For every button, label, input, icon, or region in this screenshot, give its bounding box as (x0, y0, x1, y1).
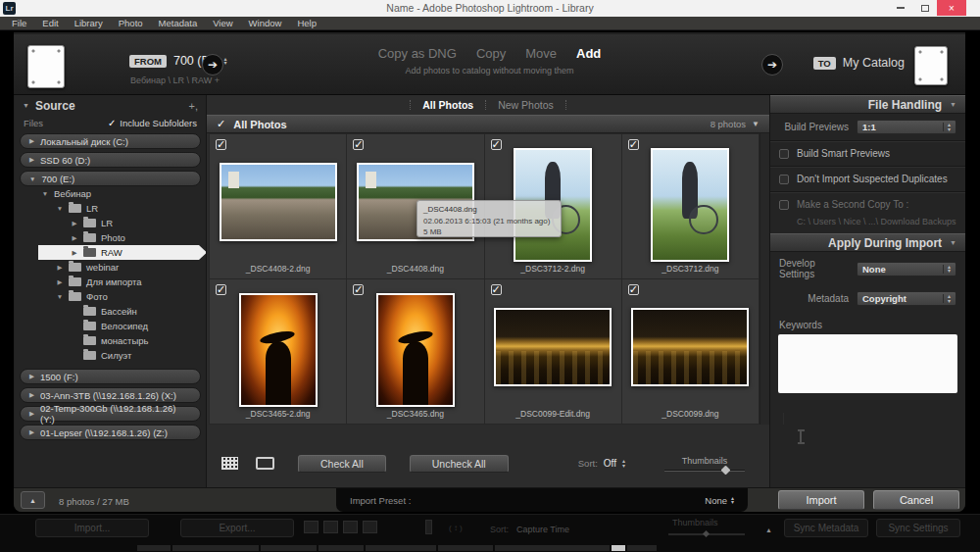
photo-checkbox[interactable]: ✓ (216, 139, 226, 150)
all-photos-header[interactable]: ✓ All Photos 8 photos ▼ (207, 115, 769, 133)
import-preset-value[interactable]: None (705, 495, 727, 506)
photo-checkbox[interactable]: ✓ (628, 284, 639, 295)
thumbnails-slider-track[interactable] (664, 470, 745, 472)
file-handling-header[interactable]: File Handling ▼ (770, 95, 965, 114)
menu-item-file[interactable]: File (4, 18, 34, 28)
method-move[interactable]: Move (525, 46, 557, 61)
photo-filename: _DSC3712-2.dng (485, 264, 621, 274)
folder-item[interactable]: ▶webinar (15, 260, 206, 275)
apply-during-import-header[interactable]: Apply During Import ▼ (770, 233, 965, 252)
background-app-bar: Import... Export... ( ↕ ) Sort: Capture … (0, 514, 980, 552)
drive-item[interactable]: ▶Локальный диск (C:) (20, 133, 201, 149)
menu-item-photo[interactable]: Photo (111, 18, 151, 28)
drive-item[interactable]: ▶02-Temp-300Gb (\\192.168.1.26) (Y:) (20, 406, 201, 422)
drive-item[interactable]: ▶03-Ann-3TB (\\192.168.1.26) (X:) (20, 387, 201, 403)
method-add[interactable]: Add (576, 46, 601, 61)
menu-item-help[interactable]: Help (289, 18, 324, 28)
folder-item[interactable]: ▼Вебинар (15, 186, 206, 201)
menu-item-view[interactable]: View (205, 18, 240, 28)
dont-import-duplicates-checkbox[interactable] (779, 175, 789, 184)
metadata-dropdown[interactable]: Copyright (857, 291, 956, 306)
folder-item[interactable]: ▶Для импорта (15, 275, 206, 289)
loupe-view-icon[interactable] (256, 457, 274, 470)
second-copy-checkbox[interactable] (779, 200, 789, 210)
dont-import-duplicates-row[interactable]: Don't Import Suspected Duplicates (770, 167, 965, 191)
folder-item[interactable]: ▶LR (15, 216, 206, 230)
folder-item[interactable]: ▼LR (15, 201, 206, 216)
drive-item[interactable]: ▼700 (E:) (20, 171, 201, 186)
sort-arrows-icon[interactable] (622, 459, 625, 468)
drive-item[interactable]: ▶SSD 60 (D:) (20, 152, 201, 168)
grid-scrollbar[interactable] (760, 133, 769, 425)
photo-filename: _DSC0099.dng (622, 409, 759, 419)
folder-item[interactable]: ▶Photo (15, 230, 206, 245)
window-controls: × (888, 0, 966, 16)
thumbnails-slider[interactable]: Thumbnails (664, 456, 745, 472)
photo-checkbox[interactable]: ✓ (353, 284, 364, 295)
dropdown-arrows-icon (943, 123, 951, 131)
drive-arrow-icon: ▶ (29, 410, 34, 418)
method-copy[interactable]: Copy (476, 46, 506, 61)
tab-all-photos[interactable]: All Photos (422, 99, 473, 111)
check-all-button[interactable]: Check All (298, 455, 386, 473)
close-button[interactable]: × (937, 0, 966, 16)
method-copy-as-dng[interactable]: Copy as DNG (378, 46, 457, 61)
photo-cell[interactable]: ✓_DSC3465-2.dng (210, 279, 347, 425)
text-caret (783, 413, 784, 425)
build-smart-previews-row[interactable]: Build Smart Previews (770, 141, 965, 166)
add-source-button[interactable]: +, (189, 100, 198, 112)
photo-cell[interactable]: ✓_DSC3465.dng (347, 279, 484, 425)
filter-triangle-icon[interactable]: ▼ (752, 120, 760, 128)
photo-checkbox[interactable]: ✓ (353, 139, 364, 150)
include-subfolders-checkbox[interactable]: ✓ Include Subfolders (108, 118, 197, 128)
photo-area: All PhotosNew Photos ✓ All Photos 8 phot… (207, 95, 769, 487)
drive-item[interactable]: ▶01-Lepser (\\192.168.1.26) (Z:) (20, 425, 201, 440)
include-subfolders-label: Include Subfolders (120, 118, 197, 128)
thumbnails-slider-thumb[interactable] (721, 465, 731, 475)
sort-value[interactable]: Off (604, 458, 616, 469)
minimize-dialog-button[interactable]: ▲ (21, 491, 45, 509)
import-preset-bar[interactable]: Import Preset : None (336, 488, 748, 512)
menu-item-edit[interactable]: Edit (34, 18, 66, 28)
photo-tooltip: _DSC4408.dng 02.06.2013 6:15:03 (21 mont… (416, 200, 562, 237)
apply-during-import-title: Apply During Import (828, 236, 942, 250)
tab-new-photos[interactable]: New Photos (498, 99, 554, 111)
destination-name[interactable]: My Catalog (843, 56, 905, 70)
folder-item[interactable]: Велосипед (15, 319, 206, 333)
menu-item-window[interactable]: Window (241, 18, 290, 28)
second-copy-row[interactable]: Make a Second Copy To : (770, 192, 965, 217)
photo-checkbox[interactable]: ✓ (491, 139, 502, 150)
photo-checkbox[interactable]: ✓ (628, 139, 639, 150)
minimize-button[interactable] (888, 0, 912, 16)
folder-item[interactable]: монастырь (15, 333, 206, 348)
develop-settings-dropdown[interactable]: None (857, 262, 956, 276)
keywords-input[interactable] (778, 334, 957, 393)
source-panel-header[interactable]: ▼ Source +, (15, 95, 206, 116)
uncheck-all-button[interactable]: Uncheck All (410, 455, 509, 473)
cancel-button[interactable]: Cancel (873, 490, 959, 510)
folder-item[interactable]: Силуэт (15, 348, 206, 363)
import-button[interactable]: Import (778, 490, 864, 510)
photo-cell[interactable]: ✓_DSC0099.dng (622, 279, 760, 425)
folder-item-selected[interactable]: ▶RAW (15, 245, 207, 260)
build-previews-dropdown[interactable]: 1:1 (857, 120, 956, 134)
folder-item[interactable]: Бассейн (15, 304, 206, 319)
folder-label: Велосипед (101, 321, 148, 331)
photo-cell[interactable]: ✓_DSC4408-2.dng (210, 134, 347, 279)
menu-item-metadata[interactable]: Metadata (151, 18, 206, 28)
view-tabs: All PhotosNew Photos (207, 95, 769, 115)
all-photos-title: All Photos (233, 119, 286, 130)
photo-cell[interactable]: ✓_DSC0099-Edit.dng (485, 279, 622, 425)
photo-filename: _DSC4408-2.dng (210, 264, 346, 274)
photo-checkbox[interactable]: ✓ (491, 284, 502, 295)
grid-view-icon[interactable] (221, 457, 238, 470)
build-smart-previews-checkbox[interactable] (779, 149, 789, 159)
photo-cell[interactable]: ✓_DSC3712.dng (622, 134, 760, 279)
restore-button[interactable] (912, 0, 937, 16)
folder-icon (69, 263, 81, 272)
folder-icon (83, 219, 96, 227)
drive-item[interactable]: ▶1500 (F:) (20, 369, 201, 384)
photo-checkbox[interactable]: ✓ (216, 284, 226, 295)
folder-item[interactable]: ▼Фото (15, 289, 206, 304)
menu-item-library[interactable]: Library (67, 18, 111, 28)
